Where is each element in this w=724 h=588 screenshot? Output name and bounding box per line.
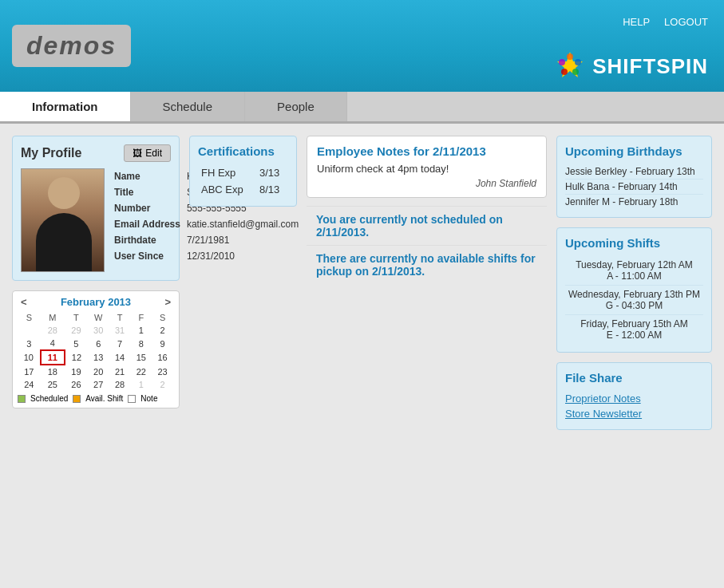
cal-day[interactable]: 17	[18, 365, 41, 378]
certifications-title: Certifications	[198, 144, 288, 158]
cal-day[interactable]: 6	[88, 337, 109, 350]
cal-day[interactable]: 25	[41, 378, 65, 391]
cal-day[interactable]: 7	[109, 337, 131, 350]
cal-day[interactable]: 22	[130, 365, 152, 378]
cal-week-5: 24 25 26 27 28 1 2	[18, 378, 173, 391]
brand-icon	[554, 50, 586, 82]
edit-icon: 🖼	[133, 148, 142, 159]
shifts-title: Upcoming Shifts	[565, 236, 703, 250]
cal-day[interactable]: 2	[152, 324, 173, 337]
cal-day[interactable]: 3	[18, 337, 41, 350]
cal-week-2: 3 4 5 6 7 8 9	[18, 337, 173, 350]
note-legend-box	[128, 395, 136, 403]
no-shifts-text: There are currently no available shifts …	[307, 245, 547, 284]
upcoming-birthdays-section: Upcoming Birthdays Jessie Berkley - Febr…	[556, 136, 712, 218]
profile-photo	[21, 168, 105, 272]
avail-legend-label: Avail. Shift	[85, 394, 123, 403]
cal-day-header-t1: T	[65, 311, 88, 324]
nav-links: HELP LOGOUT	[623, 16, 708, 28]
cal-day[interactable]: 31	[109, 324, 131, 337]
cal-day[interactable]: 23	[152, 365, 173, 378]
label-email: Email Address	[113, 216, 185, 232]
avail-legend-box	[73, 395, 81, 403]
cal-day[interactable]: 1	[130, 378, 152, 391]
tab-people[interactable]: People	[245, 92, 347, 121]
birthday-item-3: Jennifer M - February 18th	[565, 195, 703, 209]
cal-week-3: 10 11 12 13 14 15 16	[18, 350, 173, 365]
cal-day[interactable]: 1	[130, 324, 152, 337]
cal-day[interactable]: 4	[41, 337, 65, 350]
cal-day[interactable]: 16	[152, 350, 173, 365]
cal-day[interactable]: 12	[65, 350, 88, 365]
label-usersince: User Since	[113, 248, 185, 264]
cal-day[interactable]: 28	[41, 324, 65, 337]
cert-label-abc: ABC Exp	[198, 181, 256, 198]
cal-day[interactable]: 19	[65, 365, 88, 378]
employee-notes-title: Employee Notes for 2/11/2013	[317, 144, 536, 158]
cal-day[interactable]: 18	[41, 365, 65, 378]
cal-day-header-s2: S	[152, 311, 173, 324]
logout-link[interactable]: LOGOUT	[664, 16, 708, 28]
cal-day[interactable]: 21	[109, 365, 131, 378]
cal-day[interactable]	[18, 324, 41, 337]
file-link-proprietor[interactable]: Proprietor Notes	[565, 391, 703, 406]
cal-day[interactable]: 9	[152, 337, 173, 350]
calendar-section: < February 2013 > S M T W T F S	[12, 290, 180, 408]
certifications-table: FH Exp 3/13 ABC Exp 8/13	[198, 164, 288, 198]
cal-day[interactable]: 15	[130, 350, 152, 365]
cal-day[interactable]: 20	[88, 365, 109, 378]
cal-day[interactable]: 28	[109, 378, 131, 391]
profile-content: Name Katie White Title Server Number 555…	[21, 168, 171, 272]
edit-label: Edit	[145, 148, 162, 159]
employee-notes-section: Employee Notes for 2/11/2013 Uniform che…	[307, 136, 547, 198]
svg-point-3	[575, 59, 581, 65]
logo-area: demos	[12, 25, 131, 67]
cal-day[interactable]: 24	[18, 378, 41, 391]
tab-schedule[interactable]: Schedule	[131, 92, 246, 121]
cert-row-abc: ABC Exp 8/13	[198, 181, 288, 198]
birthday-item-1: Jessie Berkley - February 13th	[565, 164, 703, 180]
calendar-title: February 2013	[30, 296, 162, 308]
label-number: Number	[113, 200, 185, 216]
shift-item-3: Friday, February 15th AME - 12:00 AM	[565, 315, 703, 344]
cert-label-fh: FH Exp	[198, 164, 256, 181]
profile-section: My Profile 🖼 Edit Name Katie White	[12, 136, 180, 281]
shift-item-2: Wednesday, February 13th PMG - 04:30 PM	[565, 286, 703, 315]
cal-day[interactable]: 13	[88, 350, 109, 365]
svg-point-6	[559, 59, 565, 65]
sched-legend-box	[18, 395, 26, 403]
left-column: My Profile 🖼 Edit Name Katie White	[12, 136, 180, 578]
brand-area: SHIFTSPIN	[554, 50, 708, 82]
cal-day[interactable]: 30	[88, 324, 109, 337]
svg-point-4	[572, 69, 579, 75]
cal-day[interactable]: 27	[88, 378, 109, 391]
cal-day[interactable]: 5	[65, 337, 88, 350]
calendar-legend: Scheduled Avail. Shift Note	[18, 394, 174, 403]
help-link[interactable]: HELP	[623, 16, 650, 28]
edit-profile-button[interactable]: 🖼 Edit	[124, 144, 171, 162]
cal-day[interactable]: 10	[18, 350, 41, 365]
file-share-title: File Share	[565, 371, 703, 385]
cert-row-fh: FH Exp 3/13	[198, 164, 288, 181]
cal-next-button[interactable]: >	[161, 296, 174, 308]
cal-day[interactable]: 2	[152, 378, 173, 391]
file-link-newsletter[interactable]: Store Newsletter	[565, 406, 703, 421]
cal-day-today[interactable]: 11	[41, 350, 65, 365]
birthdays-title: Upcoming Birthdays	[565, 144, 703, 158]
cal-day-header-m: M	[41, 311, 65, 324]
cal-day[interactable]: 14	[109, 350, 131, 365]
tab-information[interactable]: Information	[0, 92, 131, 121]
tabs-bar: Information Schedule People	[0, 92, 724, 124]
not-scheduled-text: You are currently not scheduled on 2/11/…	[307, 206, 547, 245]
cal-day[interactable]: 29	[65, 324, 88, 337]
file-share-section: File Share Proprietor Notes Store Newsle…	[556, 362, 712, 430]
profile-header: My Profile 🖼 Edit	[21, 144, 171, 162]
shift-item-1: Tuesday, February 12th AMA - 11:00 AM	[565, 256, 703, 286]
cal-prev-button[interactable]: <	[18, 296, 30, 308]
svg-point-5	[561, 69, 568, 75]
cal-day[interactable]: 26	[65, 378, 88, 391]
label-title: Title	[113, 184, 185, 200]
sched-legend-label: Scheduled	[30, 394, 68, 403]
cal-day[interactable]: 8	[130, 337, 152, 350]
calendar-grid: S M T W T F S 28 29 30 31	[18, 311, 174, 391]
